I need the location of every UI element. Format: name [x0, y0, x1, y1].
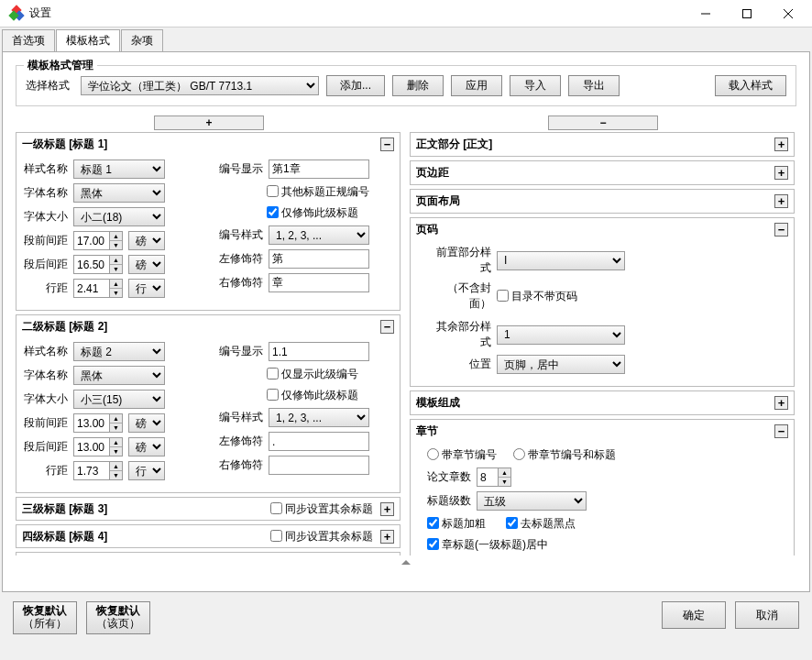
group-h2: 二级标题 [标题 2]− 样式名称标题 2 字体名称黑体 字体大小小三(15) … — [16, 314, 401, 493]
reset-all-button[interactable]: 恢复默认（所有） — [13, 601, 77, 634]
h2-only-show-num[interactable]: 仅显示此级编号 — [267, 366, 358, 382]
h1-collapse[interactable]: − — [380, 138, 394, 151]
tabs: 首选项 模板格式 杂项 — [0, 28, 812, 51]
chapter-center[interactable]: 章标题(一级标题)居中 — [427, 536, 548, 553]
left-expand-all[interactable]: + — [154, 116, 264, 130]
group-h3: 三级标题 [标题 3]同步设置其余标题+ — [16, 497, 401, 521]
h2-style-name[interactable]: 标题 2 — [73, 342, 165, 361]
group-h5: 五级标题 [标题 5]同步设置其余标题+ — [16, 552, 401, 556]
heading-levels-select[interactable]: 五级 — [477, 491, 587, 511]
tab-misc[interactable]: 杂项 — [121, 29, 163, 51]
chapter-r1[interactable]: 带章节编号 — [427, 446, 497, 463]
bottom-divider-toggle[interactable] — [16, 557, 796, 565]
h4-expand[interactable]: + — [380, 530, 394, 544]
toc-no-pagenum[interactable]: 目录不带页码 — [497, 288, 577, 304]
format-management-group: 模板格式管理 选择格式 学位论文（理工类） GB/T 7713.1 添加... … — [16, 65, 796, 106]
margins-expand[interactable]: + — [774, 166, 788, 180]
svg-rect-1 — [742, 9, 751, 17]
h2-num-style[interactable]: 1, 2, 3, ... — [269, 408, 369, 427]
ok-button[interactable]: 确定 — [662, 601, 726, 629]
h2-collapse[interactable]: − — [380, 320, 394, 334]
h1-only-decorate[interactable]: 仅修饰此级标题 — [267, 204, 358, 221]
titlebar: 设置 — [0, 0, 812, 28]
h1-line[interactable]: ▲▼ — [73, 279, 123, 298]
app-icon — [9, 6, 24, 21]
h2-space-before[interactable]: ▲▼ — [73, 413, 123, 433]
tab-preferences[interactable]: 首选项 — [2, 29, 55, 51]
h3-expand[interactable]: + — [380, 502, 394, 516]
h1-font-size[interactable]: 小二(18) — [73, 207, 165, 226]
h2-font-name[interactable]: 黑体 — [73, 366, 165, 385]
apply-button[interactable]: 应用 — [451, 75, 502, 96]
chapter-collapse[interactable]: − — [774, 424, 788, 438]
h1-space-before[interactable]: ▲▼ — [73, 231, 123, 250]
close-button[interactable] — [767, 1, 808, 27]
front-style-select[interactable]: I — [497, 251, 625, 270]
group-h1: 一级标题 [标题 1]− 样式名称标题 1 字体名称黑体 字体大小小二(18) … — [16, 132, 401, 311]
compose-title: 模板组成 — [416, 395, 774, 411]
cancel-button[interactable]: 取消 — [735, 601, 799, 629]
margins-title: 页边距 — [416, 165, 774, 181]
h1-title: 一级标题 [标题 1] — [22, 137, 380, 152]
h2-only-decorate[interactable]: 仅修饰此级标题 — [267, 387, 358, 403]
pagenum-collapse[interactable]: − — [774, 223, 788, 236]
delete-button[interactable]: 删除 — [392, 75, 444, 96]
h1-style-name[interactable]: 标题 1 — [73, 160, 165, 179]
load-style-button[interactable]: 载入样式 — [715, 75, 786, 96]
h1-right-dec[interactable] — [269, 273, 369, 292]
left-scroll[interactable]: 一级标题 [标题 1]− 样式名称标题 1 字体名称黑体 字体大小小二(18) … — [16, 132, 402, 556]
compose-expand[interactable]: + — [774, 396, 788, 410]
h2-title: 二级标题 [标题 2] — [22, 319, 380, 335]
h1-num-show[interactable] — [269, 160, 369, 179]
h2-left-dec[interactable] — [269, 432, 369, 451]
h1-sb-unit[interactable]: 磅 — [128, 231, 165, 250]
layout-title: 页面布局 — [416, 193, 774, 209]
footer: 恢复默认（所有） 恢复默认（该页） 确定 取消 — [0, 594, 812, 642]
group-h4: 四级标题 [标题 4]同步设置其余标题+ — [16, 524, 401, 548]
maximize-button[interactable] — [726, 1, 767, 27]
add-button[interactable]: 添加... — [326, 75, 385, 96]
remove-bullet[interactable]: 去标题黑点 — [506, 515, 576, 532]
body-title: 正文部分 [正文] — [416, 137, 774, 152]
h2-num-show[interactable] — [269, 342, 369, 361]
window-title: 设置 — [29, 6, 685, 21]
h1-font-name[interactable]: 黑体 — [73, 183, 165, 203]
import-button[interactable]: 导入 — [510, 75, 561, 96]
h2-space-after[interactable]: ▲▼ — [73, 437, 123, 456]
mgmt-title: 模板格式管理 — [24, 58, 97, 73]
tab-template-format[interactable]: 模板格式 — [56, 29, 120, 51]
reset-page-button[interactable]: 恢复默认（该页） — [86, 601, 150, 634]
h1-space-after[interactable]: ▲▼ — [73, 255, 123, 274]
h1-sa-unit[interactable]: 磅 — [128, 255, 165, 274]
h1-other-num[interactable]: 其他标题正规编号 — [267, 183, 369, 200]
right-collapse-all[interactable]: − — [548, 116, 658, 130]
h2-line[interactable]: ▲▼ — [73, 461, 123, 480]
select-format-label: 选择格式 — [26, 78, 70, 94]
h1-left-dec[interactable] — [269, 249, 369, 269]
title-bold[interactable]: 标题加粗 — [427, 515, 486, 532]
h1-line-unit[interactable]: 行 — [128, 279, 165, 298]
right-scroll[interactable]: 正文部分 [正文]+ 页边距+ 页面布局+ 页码− 前置部分样式I （不含封面）… — [410, 132, 796, 556]
minimize-button[interactable] — [685, 1, 726, 27]
pagenum-pos-select[interactable]: 页脚，居中 — [497, 355, 625, 374]
body-expand[interactable]: + — [774, 138, 788, 151]
chapter-r2[interactable]: 带章节编号和标题 — [513, 446, 616, 463]
rest-style-select[interactable]: 1 — [497, 325, 625, 345]
group-pagenum: 页码− 前置部分样式I （不含封面）目录不带页码 其余部分样式1 位置页脚，居中 — [410, 217, 795, 387]
h1-num-style[interactable]: 1, 2, 3, ... — [269, 226, 369, 245]
h3-sync[interactable]: 同步设置其余标题 — [270, 500, 373, 517]
group-chapter: 章节− 带章节编号 带章节编号和标题 论文章数▲▼ 标题级数五级 标题加粗 去标… — [410, 419, 795, 556]
export-button[interactable]: 导出 — [568, 75, 620, 96]
layout-expand[interactable]: + — [774, 194, 788, 208]
h2-font-size[interactable]: 小三(15) — [73, 390, 165, 409]
format-select[interactable]: 学位论文（理工类） GB/T 7713.1 — [81, 76, 319, 95]
h2-right-dec[interactable] — [269, 456, 369, 475]
h4-sync[interactable]: 同步设置其余标题 — [270, 528, 373, 544]
chapter-count[interactable]: ▲▼ — [477, 468, 511, 487]
